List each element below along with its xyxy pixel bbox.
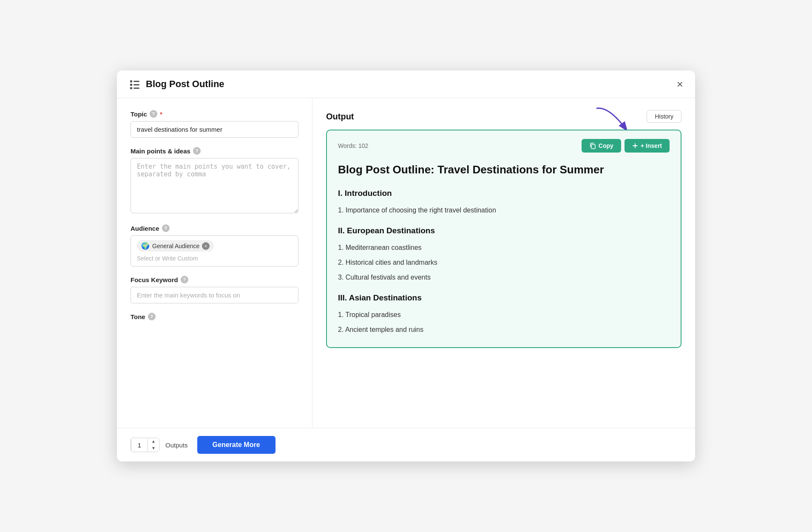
audience-tag-row: 🌍 General Audience × xyxy=(137,240,292,252)
section-item: 2. Ancient temples and ruins xyxy=(338,324,670,335)
history-button[interactable]: History xyxy=(647,110,681,123)
generate-more-button[interactable]: Generate More xyxy=(197,436,275,454)
close-button[interactable]: × xyxy=(677,79,683,90)
topic-help-icon[interactable]: ? xyxy=(150,110,157,118)
section-item: 1. Importance of choosing the right trav… xyxy=(338,204,670,216)
section-item: 1. Tropical paradises xyxy=(338,309,670,320)
output-title: Output xyxy=(326,112,354,122)
main-points-input[interactable] xyxy=(131,158,298,213)
audience-box[interactable]: 🌍 General Audience × Select or Write Cus… xyxy=(131,235,298,266)
main-points-help-icon[interactable]: ? xyxy=(193,147,201,155)
section-heading: III. Asian Destinations xyxy=(338,291,670,305)
stepper-up-button[interactable]: ▲ xyxy=(148,438,159,445)
topic-input[interactable] xyxy=(131,121,298,138)
output-card-wrapper: Words: 102 Copy xyxy=(326,130,681,348)
word-count: Words: 102 xyxy=(338,142,368,149)
copy-button[interactable]: Copy xyxy=(582,139,621,153)
left-panel: Topic ? * Main points & ideas ? Audience… xyxy=(117,98,312,428)
insert-icon xyxy=(632,143,638,149)
copy-icon xyxy=(589,142,596,149)
topic-label: Topic ? * xyxy=(131,110,298,118)
topic-field: Topic ? * xyxy=(131,110,298,138)
section-heading: II. European Destinations xyxy=(338,224,670,238)
main-points-label: Main points & ideas ? xyxy=(131,147,298,155)
svg-rect-2 xyxy=(130,84,132,86)
section-item: 1. Mediterranean coastlines xyxy=(338,242,670,253)
output-content: Blog Post Outline: Travel Destinations f… xyxy=(338,160,670,335)
tone-help-icon[interactable]: ? xyxy=(148,313,156,320)
bottom-bar: 1 ▲ ▼ Outputs Generate More xyxy=(117,428,695,461)
modal-header: Blog Post Outline × xyxy=(117,71,695,98)
audience-help-icon[interactable]: ? xyxy=(162,224,170,232)
outline-icon xyxy=(129,78,141,90)
focus-keyword-field: Focus Keyword ? xyxy=(131,276,298,303)
topic-required: * xyxy=(160,110,162,118)
tone-label: Tone ? xyxy=(131,313,298,320)
globe-icon: 🌍 xyxy=(141,242,150,250)
modal-body: Topic ? * Main points & ideas ? Audience… xyxy=(117,98,695,428)
insert-button[interactable]: + Insert xyxy=(625,139,670,153)
outputs-label: Outputs xyxy=(165,441,188,449)
tone-field: Tone ? xyxy=(131,313,298,324)
audience-label: Audience ? xyxy=(131,224,298,232)
svg-rect-1 xyxy=(133,81,139,82)
focus-keyword-help-icon[interactable]: ? xyxy=(181,276,188,283)
main-points-field: Main points & ideas ? xyxy=(131,147,298,215)
audience-tag: 🌍 General Audience × xyxy=(137,240,214,252)
audience-field: Audience ? 🌍 General Audience × Select o… xyxy=(131,224,298,266)
section-item: 3. Cultural festivals and events xyxy=(338,272,670,283)
right-panel: Output History xyxy=(312,98,695,428)
output-header: Output History xyxy=(326,110,681,123)
output-card-top: Words: 102 Copy xyxy=(338,139,670,153)
section-item: 2. Historical cities and landmarks xyxy=(338,257,670,268)
stepper-down-button[interactable]: ▼ xyxy=(148,445,159,452)
output-card: Words: 102 Copy xyxy=(326,130,681,348)
modal-container: Blog Post Outline × Topic ? * Main point… xyxy=(117,71,695,461)
outputs-stepper: 1 ▲ ▼ xyxy=(131,438,159,452)
audience-placeholder: Select or Write Custom xyxy=(137,255,292,262)
svg-rect-3 xyxy=(133,84,139,85)
stepper-buttons: ▲ ▼ xyxy=(148,438,159,452)
svg-rect-5 xyxy=(133,88,139,89)
focus-keyword-label: Focus Keyword ? xyxy=(131,276,298,283)
modal-title-area: Blog Post Outline xyxy=(129,78,224,90)
svg-rect-0 xyxy=(130,80,132,82)
focus-keyword-input[interactable] xyxy=(131,287,298,303)
svg-rect-6 xyxy=(591,144,595,149)
output-main-title: Blog Post Outline: Travel Destinations f… xyxy=(338,160,670,179)
section-heading: I. Introduction xyxy=(338,187,670,200)
output-sections: I. Introduction1. Importance of choosing… xyxy=(338,187,670,335)
svg-rect-4 xyxy=(130,87,132,89)
output-actions: Copy + Insert xyxy=(582,139,670,153)
outputs-value: 1 xyxy=(131,439,148,451)
remove-audience-tag-button[interactable]: × xyxy=(202,242,210,250)
modal-title: Blog Post Outline xyxy=(146,79,224,90)
